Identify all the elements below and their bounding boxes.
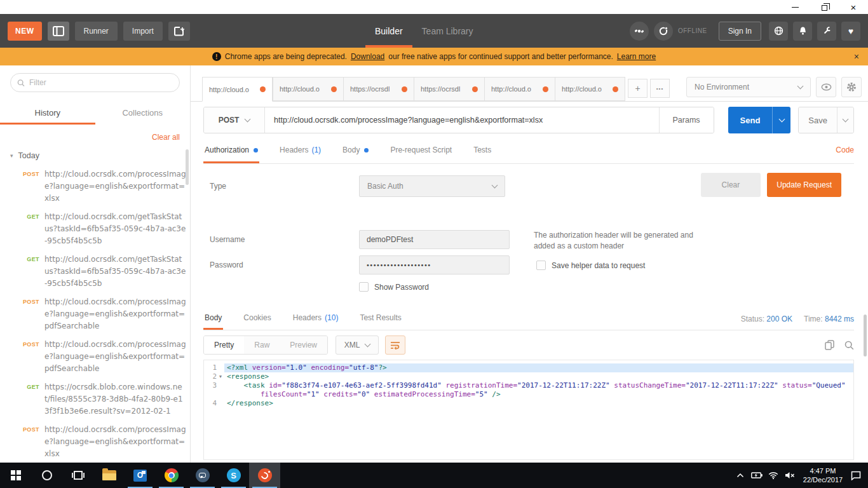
history-item[interactable]: POST http://cloud.ocrsdk.com/processImag…	[0, 293, 190, 336]
language-select[interactable]: XML	[336, 336, 379, 355]
request-tab[interactable]: http://cloud.o	[555, 77, 625, 101]
code-link[interactable]: Code	[836, 146, 854, 154]
offline-status: OFFLINE	[678, 27, 707, 34]
new-window-button[interactable]	[168, 22, 190, 41]
cortana-button[interactable]	[31, 463, 62, 488]
sidebar-scrollbar[interactable]	[186, 149, 189, 185]
wrap-text-button[interactable]	[385, 336, 405, 355]
interceptor-button[interactable]	[630, 22, 649, 41]
chevron-down-icon	[797, 83, 804, 89]
tab-response-body[interactable]: Body	[203, 307, 223, 330]
download-link[interactable]: Download	[351, 52, 384, 61]
settings-wrench-button[interactable]	[817, 22, 836, 41]
copy-response-button[interactable]	[825, 340, 834, 350]
history-item[interactable]: POST http://cloud.ocrsdk.com/processImag…	[0, 336, 190, 378]
view-raw[interactable]: Raw	[244, 336, 280, 354]
hipchat-button[interactable]	[187, 463, 218, 488]
header-nav: Builder Team Library	[365, 14, 483, 48]
save-helper-checkbox[interactable]: Save helper data to request	[536, 261, 645, 270]
password-field[interactable]: •••••••••••••••••••	[359, 255, 510, 274]
taskbar-clock[interactable]: 4:47 PM 22/Dec/2017	[798, 466, 848, 484]
learn-more-link[interactable]: Learn more	[617, 52, 656, 61]
sync-status-button[interactable]	[654, 22, 673, 41]
postman-taskbar-button[interactable]	[249, 463, 280, 488]
tab-headers[interactable]: Headers(1)	[278, 139, 322, 163]
favorites-button[interactable]: ♥	[841, 22, 860, 41]
start-button[interactable]	[0, 463, 31, 488]
show-password-checkbox[interactable]: Show Password	[359, 282, 429, 292]
filter-input[interactable]	[29, 78, 173, 87]
chrome-button[interactable]	[156, 463, 187, 488]
more-tabs-button[interactable]: •••	[650, 79, 670, 98]
volume-status[interactable]	[782, 463, 798, 488]
search-response-button[interactable]	[844, 340, 854, 350]
send-options-button[interactable]	[772, 107, 790, 133]
window-restore-button[interactable]	[810, 0, 839, 14]
clear-all-link[interactable]: Clear all	[152, 133, 180, 142]
sync-orbit-icon	[658, 26, 668, 36]
banner-close-icon[interactable]: ×	[854, 51, 859, 62]
tray-expand-button[interactable]	[732, 463, 749, 488]
sidebar-toggle-button[interactable]	[48, 22, 69, 41]
send-button[interactable]: Send	[728, 107, 773, 133]
tab-team-library[interactable]: Team Library	[412, 14, 483, 48]
request-tab[interactable]: https://ocrsdl	[414, 77, 484, 101]
history-item[interactable]: GET http://cloud.ocrsdk.com/getTaskStatu…	[0, 250, 190, 293]
add-tab-button[interactable]: +	[628, 79, 648, 98]
window-close-button[interactable]: ×	[839, 0, 868, 14]
clear-button[interactable]: Clear	[701, 173, 761, 197]
auth-type-select[interactable]: Basic Auth	[359, 175, 505, 197]
update-request-button[interactable]: Update Request	[767, 173, 841, 197]
history-url: http://cloud.ocrsdk.com/processImage?lan…	[44, 168, 186, 205]
action-center-button[interactable]	[848, 463, 864, 488]
method-select[interactable]: POST	[204, 107, 265, 133]
browse-button[interactable]	[769, 22, 788, 41]
environment-settings-button[interactable]	[841, 77, 862, 97]
blue-dot-icon	[254, 148, 258, 152]
history-item[interactable]: GET https://ocrsdk.blob.core.windows.net…	[0, 378, 190, 421]
notifications-button[interactable]	[793, 22, 812, 41]
environment-select[interactable]: No Environment	[686, 77, 811, 97]
request-tab[interactable]: https://ocrsdl	[343, 77, 414, 101]
environment-preview-button[interactable]	[816, 77, 836, 97]
tab-body[interactable]: Body	[341, 139, 370, 163]
request-tab[interactable]: http://cloud.o	[202, 77, 273, 102]
params-button[interactable]: Params	[659, 107, 714, 133]
view-pretty[interactable]: Pretty	[204, 336, 244, 354]
request-tab[interactable]: http://cloud.o	[273, 77, 343, 101]
main-scrollbar[interactable]	[864, 315, 867, 356]
close-icon: ×	[851, 3, 857, 12]
tab-collections[interactable]: Collections	[95, 102, 191, 125]
tab-response-headers[interactable]: Headers(10)	[292, 307, 340, 330]
new-button[interactable]: NEW	[8, 22, 42, 41]
url-input[interactable]	[265, 107, 659, 133]
tab-cookies[interactable]: Cookies	[242, 307, 272, 330]
skype-button[interactable]: S	[218, 463, 249, 488]
history-item[interactable]: GET http://cloud.ocrsdk.com/getTaskStatu…	[0, 208, 190, 250]
tab-history[interactable]: History	[0, 102, 95, 125]
network-status[interactable]	[765, 463, 782, 488]
task-view-button[interactable]	[62, 463, 93, 488]
tab-tests[interactable]: Tests	[472, 139, 492, 163]
tab-pre-request-script[interactable]: Pre-request Script	[389, 139, 453, 163]
runner-button[interactable]: Runner	[75, 22, 118, 41]
username-field[interactable]	[359, 230, 510, 249]
tab-authorization[interactable]: Authorization	[203, 139, 259, 163]
sign-in-button[interactable]: Sign In	[719, 22, 761, 41]
view-preview[interactable]: Preview	[280, 336, 327, 354]
tab-builder[interactable]: Builder	[365, 14, 412, 48]
fold-caret-icon[interactable]: ▾	[217, 372, 224, 381]
history-item[interactable]: POST http://cloud.ocrsdk.com/processImag…	[0, 421, 190, 463]
request-tab[interactable]: http://cloud.o	[484, 77, 555, 101]
response-editor[interactable]: 1<?xml version="1.0" encoding="utf-8"?>2…	[203, 360, 854, 460]
file-explorer-button[interactable]	[93, 463, 125, 488]
battery-status[interactable]	[749, 463, 765, 488]
save-options-button[interactable]	[837, 107, 853, 133]
save-button[interactable]: Save	[799, 107, 837, 133]
tab-test-results[interactable]: Test Results	[358, 307, 402, 330]
window-minimize-button[interactable]	[780, 0, 810, 14]
history-group-today[interactable]: ▾ Today	[0, 145, 190, 165]
import-button[interactable]: Import	[123, 22, 163, 41]
history-item[interactable]: POST http://cloud.ocrsdk.com/processImag…	[0, 165, 190, 208]
outlook-button[interactable]: O	[125, 463, 156, 488]
